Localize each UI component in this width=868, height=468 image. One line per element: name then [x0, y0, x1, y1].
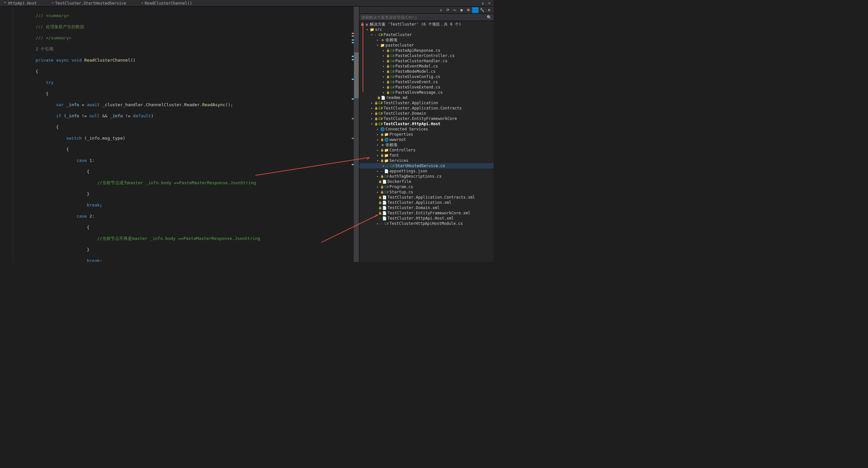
cs-icon: C# — [384, 190, 389, 194]
cs-icon: C# — [390, 85, 395, 89]
gear-icon[interactable]: ⚙ — [486, 7, 492, 13]
csproj-icon: C# — [378, 122, 383, 126]
folder-src[interactable]: ▾📁src — [359, 27, 494, 32]
breadcrumb-bar: ＊HttpApi.Host ⚡TestCluster.StartHostedSe… — [0, 0, 494, 6]
folder-font[interactable]: ▸🔒📁font — [359, 153, 494, 158]
cs-icon: C# — [384, 185, 389, 189]
file-pastesloveextendcs[interactable]: ▸🔒C#PasteSloveExtend.cs — [359, 85, 494, 90]
file-pasteclusterhandlercs[interactable]: ▸🔒C#PasteClusterHandler.cs — [359, 58, 494, 64]
file-icon: 📄 — [382, 180, 387, 184]
code-body[interactable]: /// <summary> /// 处理集群产生的数据 /// </summar… — [13, 6, 359, 262]
file-xml1[interactable]: 🔒📄TestCluster.Application.Contracts.xml — [359, 195, 494, 200]
cs-icon: C# — [390, 69, 395, 74]
spark-icon: ＊ — [3, 1, 7, 6]
method-icon: ⚡ — [52, 1, 54, 5]
file-pasteslovemessagecs[interactable]: ▸🔒C#PasteSloveMessage.cs — [359, 90, 494, 95]
project-testclusterentityframeworkcore[interactable]: ▸🔒C#TestCluster.EntityFrameworkCore — [359, 116, 494, 121]
file-xml3[interactable]: 🔒📄TestCluster.Domain.xml — [359, 205, 494, 210]
cs-icon: C# — [390, 75, 395, 79]
cs-icon: C# — [390, 49, 395, 53]
file-readme[interactable]: 🔒📄readme.md — [359, 95, 494, 100]
wrench-icon[interactable]: 🔧 — [479, 7, 486, 13]
file-xml2[interactable]: 🔒📄TestCluster.Application.xml — [359, 200, 494, 205]
project-testclusterapplication[interactable]: ▸🔒C#TestCluster.Application — [359, 100, 494, 106]
scrollbar-thumb[interactable] — [354, 53, 359, 98]
project-host[interactable]: ▾🔒C#TestCluster.HttpApi.Host — [359, 121, 494, 126]
editor-corner-buttons: ↕ ＋ — [480, 1, 494, 6]
deps-node[interactable]: ▸⚙依赖项 — [359, 142, 494, 147]
gutter — [0, 6, 13, 262]
solution-toolbar: ⌂ ⟳ ▭ ▣ ⧉ ⛶ 🔧 ⚙ — [359, 6, 494, 14]
cs-icon: C# — [384, 222, 389, 226]
file-pastesloveconfigcs[interactable]: ▸🔒C#PasteSloveConfig.cs — [359, 74, 494, 79]
file-pasteclustercontrollercs[interactable]: ▸🔒C#PasteClusterController.cs — [359, 53, 494, 58]
properties-node[interactable]: ▸🔒📁Properties — [359, 132, 494, 137]
file-authtag[interactable]: ▸🔒C#AuthTagDescriptions.cs — [359, 174, 494, 179]
file-xml4[interactable]: 🔒📄TestCluster.EntityFrameworkCore.xml — [359, 210, 494, 216]
folder-controllers[interactable]: ▸🔒📁Controllers — [359, 147, 494, 153]
solution-explorer: ⌂ ⟳ ▭ ▣ ⧉ ⛶ 🔧 ⚙ 🔍 🔒▣解决方案 'TestCluster' (… — [359, 6, 494, 262]
file-pasteeventmodelcs[interactable]: ▸🔒C#PasteEventModel.cs — [359, 64, 494, 69]
file-module[interactable]: ▸✓C#TestClusterHttpApiHostModule.cs — [359, 221, 494, 226]
deps-icon: ⚙ — [380, 38, 385, 42]
file-xml5[interactable]: ✓📄TestCluster.HttpApi.Host.xml — [359, 216, 494, 221]
folder-icon: 📁 — [370, 28, 374, 32]
file-pasteapiresponsecs[interactable]: ▸🔒C#PasteApiResponse.cs — [359, 48, 494, 53]
file-dockerfile[interactable]: 🔒📄Dockerfile — [359, 179, 494, 184]
xml-icon: 📄 — [382, 195, 387, 200]
deps-node[interactable]: ▸⚙依赖项 — [359, 37, 494, 42]
split-icon[interactable]: ↕ — [480, 1, 486, 6]
solution-search[interactable]: 🔍 — [359, 14, 494, 21]
file-pastenodemodelcs[interactable]: ▸🔒C#PasteNodeModel.cs — [359, 69, 494, 74]
solution-icon: ▣ — [365, 22, 369, 27]
file-pastesloveeventcs[interactable]: ▸🔒C#PasteSloveEvent.cs — [359, 79, 494, 85]
connected-services[interactable]: ▸🌐Connected Services — [359, 126, 494, 132]
cs-icon: C# — [390, 64, 395, 68]
code-editor[interactable]: /// <summary> /// 处理集群产生的数据 /// </summar… — [0, 6, 359, 262]
csproj-icon: C# — [378, 117, 383, 121]
plus-icon[interactable]: ＋ — [487, 1, 492, 6]
method-icon: ⚡ — [141, 1, 144, 5]
csproj-icon: C# — [378, 106, 383, 111]
folder-icon: 📁 — [384, 153, 389, 158]
tab-host[interactable]: ＊HttpApi.Host — [0, 0, 49, 6]
folder-pastecluster[interactable]: ▾📁pastecluster — [359, 42, 494, 48]
wwwroot-node[interactable]: ▸🔒🌐wwwroot — [359, 137, 494, 142]
home-icon[interactable]: ⌂ — [438, 7, 444, 13]
doc-comment: /// 处理集群产生的数据 — [36, 24, 84, 29]
xml-icon: 📄 — [382, 201, 387, 205]
doc-comment: /// <summary> — [36, 13, 69, 18]
collapse-icon[interactable]: ▭ — [452, 7, 458, 13]
globe-icon: 🌐 — [384, 138, 389, 142]
deps-icon: ⚙ — [380, 143, 385, 147]
sync-icon[interactable]: ⟳ — [444, 7, 451, 13]
copy-icon[interactable]: ⧉ — [465, 7, 472, 13]
file-program[interactable]: ▸🔒C#Program.cs — [359, 184, 494, 189]
tab-class[interactable]: ⚡TestCluster.StartHostedService — [49, 0, 138, 6]
search-input[interactable] — [361, 15, 487, 20]
solution-root[interactable]: 🔒▣解决方案 'TestCluster' (6 个项目，共 6 个) — [359, 22, 494, 27]
overview-ruler[interactable] — [349, 6, 354, 262]
cs-icon: C# — [390, 80, 395, 84]
csproj-icon: C# — [378, 33, 383, 37]
search-icon[interactable]: 🔍 — [487, 15, 492, 20]
tab-method[interactable]: ⚡ReadClusterChannel() — [138, 0, 204, 6]
vertical-scrollbar[interactable] — [354, 6, 359, 262]
codelens-refs[interactable]: 2 个引用 — [36, 47, 54, 52]
folder-services[interactable]: ▾🔒📁Services — [359, 158, 494, 163]
csproj-icon: C# — [378, 101, 383, 105]
file-starthostedservice[interactable]: ▸✓C#StartHostedService.cs — [359, 163, 494, 169]
show-all-icon[interactable]: ▣ — [458, 7, 465, 13]
project-pastecluster[interactable]: ▾✓C#PasteCluster — [359, 32, 494, 37]
file-startup[interactable]: ▸🔒C#Startup.cs — [359, 189, 494, 195]
project-testclusterdomain[interactable]: ▸🔒C#TestCluster.Domain — [359, 111, 494, 116]
cs-icon: C# — [390, 54, 395, 58]
folder-icon: 📁 — [380, 43, 385, 48]
solution-tree[interactable]: 🔒▣解决方案 'TestCluster' (6 个项目，共 6 个) ▾📁src… — [359, 21, 494, 262]
folder-icon: 📁 — [384, 158, 389, 163]
project-testclusterapplicationcontracts[interactable]: ▸🔒C#TestCluster.Application.Contracts — [359, 106, 494, 111]
cs-icon: C# — [390, 59, 395, 63]
filter-icon[interactable]: ⛶ — [472, 7, 478, 13]
xml-icon: 📄 — [382, 211, 387, 215]
file-appsettings[interactable]: ▸✓📄appsettings.json — [359, 169, 494, 174]
